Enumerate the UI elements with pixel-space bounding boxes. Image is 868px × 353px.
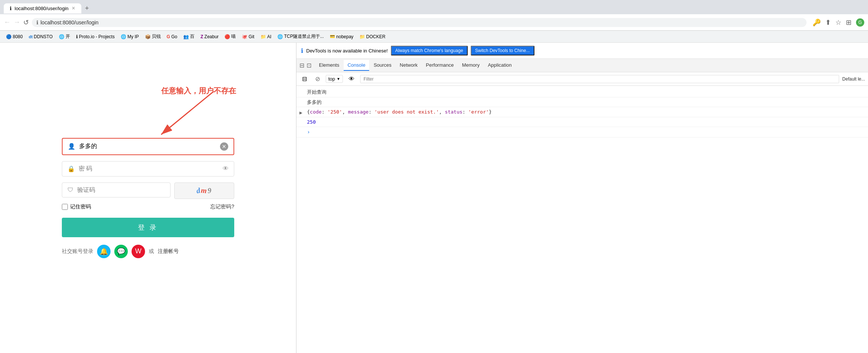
expand-arrow[interactable]: ▶ xyxy=(299,109,302,117)
bookmark-miao[interactable]: 🔴 喵 xyxy=(222,33,238,40)
bookmark-git[interactable]: 🐙 Git xyxy=(239,33,256,40)
forgot-password-link[interactable]: 忘记密码? xyxy=(210,203,234,210)
bookmark-beiru[interactable]: 📦 贝锐 xyxy=(143,33,163,40)
clear-username-button[interactable]: ✕ xyxy=(220,142,228,151)
annotation-container: 任意输入，用户不存在 xyxy=(161,86,236,96)
login-button[interactable]: 登 录 xyxy=(62,218,234,237)
context-selector[interactable]: top ▼ xyxy=(326,75,343,83)
eye-filter-button[interactable]: 👁 xyxy=(346,74,357,84)
always-match-button[interactable]: Always match Chrome's language xyxy=(391,46,468,55)
bookmark-icon-beiru: 📦 xyxy=(145,34,151,39)
switch-devtools-button[interactable]: Switch DevTools to Chine... xyxy=(471,46,534,55)
bookmark-docker[interactable]: 📁 DOCKER xyxy=(357,33,388,40)
bookmark-tcp[interactable]: 🌐 TCP隧道禁止用于... xyxy=(275,33,326,40)
password-field[interactable]: 🔒 👁 xyxy=(62,161,234,176)
tab-console[interactable]: Console xyxy=(344,60,369,71)
tab-memory[interactable]: Memory xyxy=(458,60,483,71)
clear-console-button[interactable]: ⊘ xyxy=(313,74,323,84)
default-levels-button[interactable]: Default le... xyxy=(842,76,865,82)
share-icon[interactable]: ⬆ xyxy=(825,18,831,27)
username-field[interactable]: 👤 ✕ xyxy=(62,138,234,155)
wechat-login-button[interactable]: 💬 xyxy=(114,245,128,258)
address-text: localhost:8080/user/login xyxy=(40,19,99,25)
bookmark-ai[interactable]: 📁 AI xyxy=(258,33,274,40)
devtools-info-icon: ℹ xyxy=(301,47,303,54)
bookmark-icon-open: 🌐 xyxy=(59,34,64,39)
svg-line-1 xyxy=(161,91,214,135)
console-filter-input[interactable] xyxy=(360,75,839,83)
bookmark-nobepay[interactable]: 💳 nobepay xyxy=(328,33,356,40)
captcha-image[interactable]: dm9 xyxy=(174,182,234,199)
active-tab[interactable]: ℹ localhost:8080/user/login ✕ xyxy=(4,3,81,13)
devtools-notification: ℹ DevTools is now available in Chinese! … xyxy=(296,43,868,59)
tab-application[interactable]: Application xyxy=(484,60,516,71)
bookmark-icon[interactable]: ☆ xyxy=(835,18,841,27)
remember-label: 记住密码 xyxy=(70,203,91,210)
bookmark-icon-miao: 🔴 xyxy=(224,34,230,39)
captcha-row: 🛡 dm9 xyxy=(62,182,234,203)
social-login-label: 社交账号登录 xyxy=(62,248,93,255)
password-input[interactable] xyxy=(79,165,219,172)
qq-login-button[interactable]: 🔔 xyxy=(97,245,111,258)
info-icon: ℹ xyxy=(36,19,38,25)
bookmark-proto[interactable]: ℹ Proto.io - Projects xyxy=(74,33,117,40)
console-content: 开始查询 多多的 ▶ {code: '250', message: 'user … xyxy=(296,86,868,353)
devtools-inspect-toggle[interactable]: ⊡ xyxy=(307,62,311,69)
tab-favicon: ℹ xyxy=(10,6,12,11)
devtools-tabs: ⊟ ⊡ Elements Console Sources Network Per… xyxy=(296,59,868,72)
bookmarks-bar: 🔵 8080 dt DDNSTO 🌐 开 ℹ Proto.io - Projec… xyxy=(0,31,868,43)
console-line-3: ▶ {code: '250', message: 'user does not … xyxy=(296,107,868,117)
console-line-4: 250 xyxy=(296,117,868,127)
tab-title: localhost:8080/user/login xyxy=(15,6,69,11)
login-panel: 👤 ✕ 🔒 👁 🛡 dm9 xyxy=(0,43,296,353)
wechat-icon: 💬 xyxy=(117,247,125,256)
bookmark-icon-ai: 📁 xyxy=(260,34,266,39)
address-bar[interactable]: ℹ localhost:8080/user/login xyxy=(32,18,807,27)
extension-icon[interactable]: ⊞ xyxy=(846,18,852,27)
eye-icon[interactable]: 👁 xyxy=(223,165,229,172)
register-link[interactable]: 注册帐号 xyxy=(158,248,179,255)
tab-network[interactable]: Network xyxy=(396,60,422,71)
bookmark-icon-8080: 🔵 xyxy=(6,34,12,39)
bookmark-bai[interactable]: 👥 百 xyxy=(181,33,197,40)
or-label: 或 xyxy=(149,248,154,255)
bookmark-go[interactable]: G Go xyxy=(165,33,180,40)
bookmark-icon-git: 🐙 xyxy=(242,34,247,39)
bookmark-myip[interactable]: 🌐 My IP xyxy=(118,33,141,40)
shield-icon: 🛡 xyxy=(67,187,73,193)
weibo-login-button[interactable]: W xyxy=(132,245,145,258)
bookmark-zeabur[interactable]: Z Zeabur xyxy=(198,33,221,40)
sidebar-toggle-button[interactable]: ⊟ xyxy=(299,74,310,84)
new-tab-button[interactable]: + xyxy=(81,3,93,14)
user-icon: 👤 xyxy=(68,143,75,150)
console-line-1: 开始查询 xyxy=(296,87,868,97)
tab-sources[interactable]: Sources xyxy=(370,60,395,71)
weibo-icon: W xyxy=(135,247,142,255)
profile-icon[interactable]: G xyxy=(856,18,864,27)
bookmark-icon-bai: 👥 xyxy=(183,34,189,39)
captcha-field[interactable]: 🛡 xyxy=(62,182,171,197)
tab-elements[interactable]: Elements xyxy=(315,60,343,71)
tab-close-icon[interactable]: ✕ xyxy=(72,6,75,11)
back-button[interactable]: ← xyxy=(4,18,10,26)
tab-performance[interactable]: Performance xyxy=(422,60,457,71)
options-row: 记住密码 忘记密码? xyxy=(62,203,234,210)
bookmark-8080[interactable]: 🔵 8080 xyxy=(4,33,25,40)
top-label: top xyxy=(328,76,335,82)
bookmark-ddnsto[interactable]: dt DDNSTO xyxy=(27,33,55,40)
password-manager-icon[interactable]: 🔑 xyxy=(813,18,821,27)
console-expand-button[interactable]: › xyxy=(307,129,310,135)
bookmark-icon-zeabur: Z xyxy=(201,34,203,39)
captcha-input[interactable] xyxy=(77,187,165,193)
remember-me-group: 记住密码 xyxy=(62,203,91,210)
login-form: 👤 ✕ 🔒 👁 🛡 dm9 xyxy=(62,138,234,258)
username-input[interactable] xyxy=(79,143,216,150)
reload-button[interactable]: ↺ xyxy=(23,18,29,27)
devtools-panel-toggle[interactable]: ⊟ xyxy=(299,62,304,69)
devtools-notification-text: DevTools is now available in Chinese! xyxy=(306,48,388,54)
bookmark-icon-ddnsto: dt xyxy=(29,34,33,39)
annotation-text: 任意输入，用户不存在 xyxy=(161,87,236,95)
forward-button[interactable]: → xyxy=(13,18,20,26)
bookmark-open[interactable]: 🌐 开 xyxy=(57,33,72,40)
remember-checkbox[interactable] xyxy=(62,204,68,210)
